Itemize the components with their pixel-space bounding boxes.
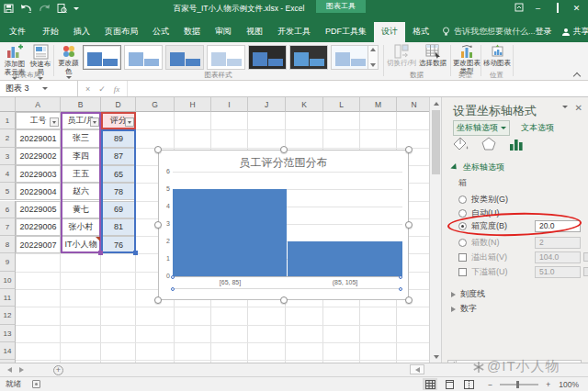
pane-option-2[interactable]: 自动(U) — [458, 207, 500, 219]
row-header-2[interactable]: 2 — [0, 129, 16, 147]
ribbon-tab-格式[interactable]: 格式 — [405, 22, 436, 42]
cancel-formula-icon[interactable]: × — [85, 84, 90, 94]
histogram-bar[interactable] — [173, 189, 287, 276]
cell-score[interactable]: 87 — [101, 148, 136, 165]
zoom-slider-thumb[interactable] — [516, 381, 519, 388]
ribbon-tab-file[interactable]: 文件 — [0, 22, 35, 42]
row-header-8[interactable]: 8 — [0, 236, 16, 253]
insert-function-icon[interactable]: fx — [114, 84, 120, 94]
page-layout-view-icon[interactable] — [442, 378, 457, 390]
row-header-5[interactable]: 5 — [0, 183, 16, 200]
gallery-scroll-up-icon[interactable] — [370, 48, 376, 51]
column-header-A[interactable]: A — [16, 97, 61, 112]
row-header-6[interactable]: 6 — [0, 201, 16, 218]
zoom-out-icon[interactable]: − — [488, 380, 492, 389]
cell-employee-id[interactable]: 20229002 — [16, 148, 61, 165]
chart-title[interactable]: 员工评分范围分布 — [159, 155, 408, 171]
cell-score[interactable]: 78 — [101, 183, 136, 200]
cell-employee-name[interactable]: 张小村 — [61, 218, 101, 236]
section-number[interactable]: 数字 — [451, 303, 477, 315]
cell-employee-name[interactable]: 李四 — [61, 148, 101, 165]
ribbon-tab-页面布局[interactable]: 页面布局 — [97, 22, 145, 42]
undo-icon[interactable] — [20, 4, 32, 14]
chart-selection-handle[interactable] — [280, 296, 288, 304]
chart-style-2[interactable] — [124, 45, 163, 70]
ribbon-tab-PDF工具集[interactable]: PDF工具集 — [318, 22, 374, 42]
row-header-14[interactable]: 14 — [0, 342, 16, 360]
cell-employee-id[interactable]: 20229004 — [16, 183, 61, 200]
share-button[interactable]: 共享 — [561, 26, 588, 38]
customize-qat-icon[interactable] — [74, 7, 79, 10]
save-icon[interactable] — [4, 4, 14, 14]
ribbon-tab-数据[interactable]: 数据 — [176, 22, 208, 42]
horizontal-scrollbar[interactable] — [410, 364, 424, 374]
gallery-scrollbar[interactable] — [368, 45, 379, 70]
row-header-7[interactable]: 7 — [0, 218, 16, 236]
ribbon-tab-开始[interactable]: 开始 — [35, 22, 66, 42]
cell-score[interactable]: 76 — [101, 236, 136, 253]
zoom-slider[interactable] — [500, 384, 538, 385]
ribbon-tab-设计[interactable]: 设计 — [374, 22, 405, 42]
name-box-dropdown-icon[interactable] — [42, 87, 48, 90]
filter-dropdown-icon[interactable] — [125, 117, 134, 127]
row-header-1[interactable]: 1 — [0, 112, 16, 129]
header-cell-name[interactable]: 员工/月 — [61, 112, 101, 129]
column-header-H[interactable]: H — [175, 97, 211, 112]
filter-dropdown-icon[interactable] — [90, 117, 99, 127]
cell-employee-id[interactable]: 20229003 — [16, 165, 61, 183]
cell-employee-id[interactable]: 20229005 — [16, 201, 61, 218]
ribbon-tab-插入[interactable]: 插入 — [66, 22, 97, 42]
input-箱宽度(B)[interactable]: 20.0 — [535, 220, 581, 232]
chart-selection-handle[interactable] — [405, 296, 413, 304]
zoom-level[interactable]: 100% — [559, 380, 579, 389]
scroll-down-icon[interactable] — [431, 352, 441, 362]
cell-score[interactable]: 69 — [101, 201, 136, 218]
column-header-G[interactable]: G — [136, 97, 175, 112]
axis-options-icon[interactable] — [509, 137, 524, 152]
cell-employee-id[interactable]: 20229006 — [16, 218, 61, 236]
header-cell-score[interactable]: 评分 — [101, 112, 136, 129]
cell-employee-id[interactable]: 20229007 — [16, 236, 61, 253]
sign-in-link[interactable]: 登录 — [536, 26, 552, 38]
chart-selection-handle[interactable] — [154, 146, 162, 153]
chart-style-7[interactable] — [331, 45, 369, 70]
select-all-corner[interactable] — [0, 97, 16, 112]
row-header-13[interactable]: 13 — [0, 325, 16, 342]
zoom-in-icon[interactable]: + — [546, 380, 550, 389]
print-preview-icon[interactable] — [57, 4, 67, 14]
cell-score[interactable]: 81 — [101, 218, 136, 236]
vertical-scroll-thumb[interactable] — [432, 110, 440, 174]
pane-option-1[interactable]: 按类别(G) — [458, 193, 508, 206]
embedded-chart[interactable]: 员工评分范围分布 [65, 85](85, 105] 0123456 — [158, 150, 409, 300]
radio-箱宽度(B)[interactable] — [458, 222, 467, 230]
pane-option-3[interactable]: 箱宽度(B) — [458, 219, 507, 232]
cell-employee-name[interactable]: 赵六 — [61, 183, 101, 200]
cell-employee-name[interactable]: 王五 — [61, 165, 101, 183]
reset-bin-icon[interactable] — [583, 267, 588, 276]
macro-record-icon[interactable] — [32, 380, 40, 388]
select-data-button[interactable]: 选择数据 — [419, 44, 447, 68]
section-axis-options[interactable]: 坐标轴选项 — [451, 162, 504, 173]
normal-view-icon[interactable] — [423, 378, 437, 390]
row-header-10[interactable]: 10 — [0, 272, 16, 289]
column-header-N[interactable]: N — [397, 97, 429, 112]
chart-selection-handle[interactable] — [154, 296, 162, 304]
checkbox-溢出箱(V)[interactable] — [458, 253, 467, 262]
sheet-nav-right-icon[interactable] — [19, 367, 24, 373]
gallery-scroll-down-icon[interactable] — [370, 63, 376, 67]
histogram-bar[interactable] — [288, 241, 402, 276]
reset-bin-icon[interactable] — [583, 252, 588, 262]
chart-selection-handle[interactable] — [154, 221, 162, 229]
vertical-scrollbar[interactable] — [429, 97, 441, 363]
formula-input[interactable] — [128, 81, 588, 96]
column-header-M[interactable]: M — [360, 97, 397, 112]
filter-dropdown-icon[interactable] — [50, 117, 59, 127]
chart-style-5[interactable] — [248, 45, 287, 70]
column-header-J[interactable]: J — [248, 97, 286, 112]
row-header-3[interactable]: 3 — [0, 148, 16, 165]
enter-formula-icon[interactable]: ✓ — [98, 84, 106, 94]
chart-category-axis[interactable]: [65, 85](85, 105] — [173, 276, 402, 289]
collapse-ribbon-icon[interactable] — [573, 72, 581, 79]
cell-score[interactable]: 89 — [101, 129, 136, 147]
pane-option-4[interactable]: 箱数(N) — [458, 236, 500, 249]
